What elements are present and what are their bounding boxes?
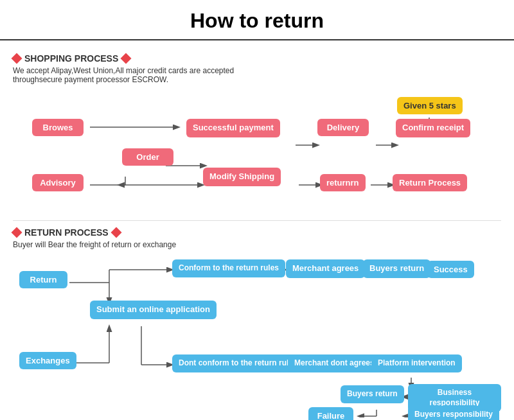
return-box: Return (19, 271, 67, 288)
merchant-dont-agrees-box: Merchant dont agrees (288, 354, 381, 372)
return-header-text: RETURN PROCESS (24, 227, 109, 238)
diamond-icon-right (121, 53, 132, 64)
shopping-flow-diagram: Given 5 stars Browes Successful payment … (13, 92, 501, 207)
modify-shipping-box: Modify Shipping (203, 168, 281, 186)
platform-intervention-box: Platform intervention (371, 354, 462, 372)
dont-conform-rules-box: Dont conform to the return rules (172, 354, 304, 372)
buyers-return1-box: Buyers return (363, 259, 430, 278)
conform-rules-box: Conform to the return rules (172, 259, 285, 277)
returnrn-box: returnrn (320, 174, 366, 191)
merchant-agrees-box: Merchant agrees (286, 259, 365, 278)
return-process-box: Return Process (393, 174, 467, 191)
section-divider (13, 220, 501, 221)
return-flow-diagram: Return Submit an online application Exch… (13, 257, 501, 417)
shopping-desc: We accept Alipay,West Union,All major cr… (13, 66, 501, 84)
page-title: How to return (0, 0, 514, 40)
order-box: Order (122, 148, 173, 166)
buyers-return2-box: Buyers return (341, 385, 404, 403)
confirm-receipt-box: Confirm receipt (396, 119, 470, 137)
return-diamond-left (12, 227, 22, 238)
success-box: Success (427, 261, 474, 278)
advisory-box: Advisory (32, 174, 84, 191)
return-desc: Buyer will Bear the freight of return or… (13, 240, 501, 249)
return-diamond-right (111, 227, 121, 238)
shopping-header-text: SHOPPING PROCESS (24, 53, 118, 64)
shopping-section-header: SHOPPING PROCESS (13, 53, 501, 64)
submit-online-app-box: Submit an online application (90, 301, 217, 319)
given5stars-box: Given 5 stars (397, 97, 463, 114)
browes-box: Browes (32, 119, 84, 136)
buyers-responsibility-box: Buyers responsibility (408, 406, 499, 420)
exchanges-box: Exchanges (19, 352, 76, 369)
failure-box: Failure (308, 407, 353, 420)
return-section-header: RETURN PROCESS (13, 227, 501, 238)
diamond-icon-left (12, 53, 22, 64)
successful-payment-box: Successful payment (186, 119, 280, 137)
delivery-box: Delivery (317, 119, 369, 136)
